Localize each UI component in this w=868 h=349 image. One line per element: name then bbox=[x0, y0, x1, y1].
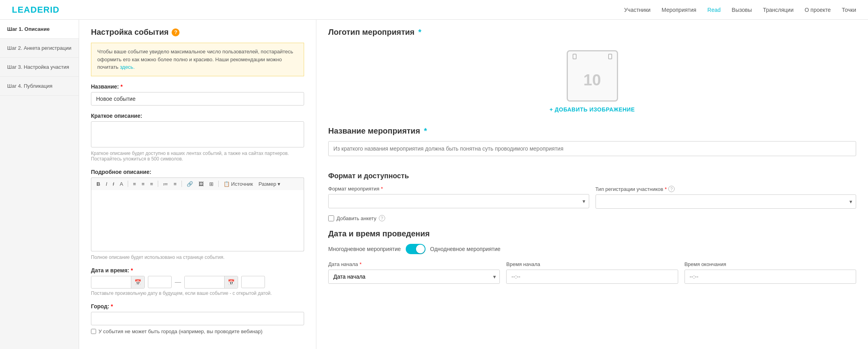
toolbar-separator-2 bbox=[158, 181, 158, 187]
full-desc-input[interactable] bbox=[91, 190, 304, 251]
start-time-input[interactable] bbox=[148, 276, 172, 288]
nav-broadcasts[interactable]: Трансляции bbox=[763, 7, 793, 13]
registration-select[interactable] bbox=[596, 194, 857, 209]
bold-button[interactable]: B bbox=[95, 180, 102, 188]
right-panel: Логотип мероприятия * 10 + ДОБАВИТЬ ИЗОБ… bbox=[316, 20, 868, 349]
toggle-row: Многодневное мероприятие Однодневное мер… bbox=[328, 244, 856, 254]
datetime-group: Дата и время: * 📅 — 📅 Поставьте произвол… bbox=[91, 267, 304, 296]
align-left-button[interactable]: ≡ bbox=[131, 180, 138, 188]
toolbar-separator-4 bbox=[218, 181, 219, 187]
nav-events[interactable]: Мероприятия bbox=[662, 7, 696, 13]
main-nav: Участники Мероприятия Read Вызовы Трансл… bbox=[624, 7, 856, 13]
logo-section-title: Логотип мероприятия * bbox=[328, 28, 856, 37]
start-time-field: Время начала bbox=[506, 261, 678, 284]
main-layout: Шаг 1. Описание Шаг 2. Анкета регистраци… bbox=[0, 20, 868, 349]
survey-help-icon[interactable]: ? bbox=[379, 215, 385, 221]
italic-button[interactable]: I bbox=[104, 180, 109, 188]
short-desc-label: Краткое описание: bbox=[91, 113, 304, 119]
sidebar: Шаг 1. Описание Шаг 2. Анкета регистраци… bbox=[0, 20, 79, 349]
end-time-label: Время окончания bbox=[685, 261, 856, 267]
logo-area: 10 + ДОБАВИТЬ ИЗОБРАЖЕНИЕ bbox=[328, 42, 856, 121]
add-survey-row: Добавить анкету ? bbox=[328, 215, 856, 221]
header: LEADERID Участники Мероприятия Read Вызо… bbox=[0, 0, 868, 20]
image-button[interactable]: 🖼 bbox=[197, 180, 206, 188]
full-desc-label: Подробное описание: bbox=[91, 169, 304, 175]
end-time-field-input[interactable] bbox=[685, 270, 856, 284]
datetime-label: Дата и время: * bbox=[91, 267, 304, 274]
full-desc-group: Подробное описание: B I I A ≡ ≡ ≡ ≔ ≡ 🔗 … bbox=[91, 169, 304, 260]
format-select[interactable] bbox=[328, 194, 589, 208]
city-checkbox-row: У события не может быть города (например… bbox=[91, 328, 304, 334]
start-date-calendar-button[interactable]: 📅 bbox=[131, 276, 144, 288]
city-group: Город: * У события не может быть города … bbox=[91, 303, 304, 334]
registration-type-label: Тип регистрации участников * ? bbox=[596, 186, 857, 192]
cal-dot-right bbox=[608, 54, 612, 59]
start-date-input[interactable] bbox=[91, 276, 131, 288]
end-time-field: Время окончания bbox=[685, 261, 856, 284]
fullscreen-button[interactable]: ⊞ bbox=[207, 180, 216, 188]
add-survey-checkbox[interactable] bbox=[328, 215, 334, 221]
datetime-row: 📅 — 📅 bbox=[91, 276, 304, 289]
alert-link[interactable]: здесь. bbox=[120, 64, 134, 70]
name-group: Название: * bbox=[91, 83, 304, 106]
end-date-wrap: 📅 bbox=[184, 276, 238, 289]
nav-about[interactable]: О проекте bbox=[805, 7, 831, 13]
no-city-checkbox[interactable] bbox=[91, 329, 96, 334]
toolbar-separator-1 bbox=[128, 181, 128, 187]
calendar-icon-placeholder: 10 bbox=[567, 50, 618, 102]
format-grid: Формат мероприятия * ▾ Тип регистрации у… bbox=[328, 186, 856, 209]
datetime-hint: Поставьте произвольную дату в будущем, е… bbox=[91, 291, 304, 296]
cal-dot-left bbox=[573, 54, 577, 59]
sidebar-item-step4[interactable]: Шаг 4. Публикация bbox=[0, 77, 79, 96]
start-time-label: Время начала bbox=[506, 261, 678, 267]
sidebar-item-step3[interactable]: Шаг 3. Настройка участия bbox=[0, 58, 79, 77]
help-icon[interactable]: ? bbox=[172, 28, 180, 36]
calendar-number: 10 bbox=[583, 71, 601, 89]
align-right-button[interactable]: ≡ bbox=[148, 180, 155, 188]
format-select-wrap: ▾ bbox=[328, 194, 589, 208]
italic-x-button[interactable]: I bbox=[111, 180, 116, 188]
ordered-list-button[interactable]: ≔ bbox=[161, 180, 170, 188]
dates-grid: Дата начала * Дата начала ▾ Время начала… bbox=[328, 261, 856, 284]
logo: LEADERID bbox=[12, 5, 59, 15]
unordered-list-button[interactable]: ≡ bbox=[172, 180, 179, 188]
rich-toolbar: B I I A ≡ ≡ ≡ ≔ ≡ 🔗 🖼 ⊞ 📋 Источник Разме… bbox=[91, 177, 304, 190]
start-date-select[interactable]: Дата начала bbox=[328, 270, 500, 284]
nav-read[interactable]: Read bbox=[707, 7, 720, 13]
short-desc-hint: Краткое описание будет доступно в наших … bbox=[91, 151, 304, 162]
left-panel: Настройка события ? Чтобы ваше событие у… bbox=[79, 20, 316, 349]
add-image-button[interactable]: + ДОБАВИТЬ ИЗОБРАЖЕНИЕ bbox=[550, 106, 635, 113]
link-button[interactable]: 🔗 bbox=[185, 180, 195, 188]
event-name-input[interactable] bbox=[328, 141, 856, 156]
end-date-calendar-button[interactable]: 📅 bbox=[224, 276, 238, 288]
nav-challenges[interactable]: Вызовы bbox=[732, 7, 752, 13]
city-input[interactable] bbox=[91, 312, 304, 325]
registration-help-icon[interactable]: ? bbox=[668, 186, 675, 192]
toggle-knob bbox=[416, 245, 425, 253]
registration-type-field: Тип регистрации участников * ? ▾ bbox=[596, 186, 857, 209]
short-desc-group: Краткое описание: Краткое описание будет… bbox=[91, 113, 304, 162]
full-desc-hint: Полное описание будет использовано на ст… bbox=[91, 255, 304, 260]
align-center-button[interactable]: ≡ bbox=[140, 180, 147, 188]
end-time-input[interactable] bbox=[241, 276, 265, 288]
toggle-switch[interactable] bbox=[406, 244, 425, 254]
start-date-select-wrap: Дата начала ▾ bbox=[328, 270, 500, 284]
source-button[interactable]: 📋 Источник bbox=[221, 180, 255, 188]
name-input[interactable] bbox=[91, 92, 304, 106]
nav-points[interactable]: Точки bbox=[842, 7, 856, 13]
sidebar-item-step1[interactable]: Шаг 1. Описание bbox=[0, 20, 79, 39]
start-date-label: Дата начала * bbox=[328, 261, 500, 267]
page-title: Настройка события ? bbox=[91, 28, 304, 37]
registration-select-wrap: ▾ bbox=[596, 194, 857, 209]
format-field: Формат мероприятия * ▾ bbox=[328, 186, 589, 209]
name-label: Название: * bbox=[91, 83, 304, 90]
alert-box: Чтобы ваше событие увидело максимальное … bbox=[91, 43, 304, 76]
size-button[interactable]: Размер ▾ bbox=[257, 180, 282, 188]
nav-participants[interactable]: Участники bbox=[624, 7, 651, 13]
sidebar-item-step2[interactable]: Шаг 2. Анкета регистрации bbox=[0, 39, 79, 58]
format-title: Формат и доступность bbox=[328, 172, 856, 180]
end-date-input[interactable] bbox=[185, 276, 224, 288]
short-desc-input[interactable] bbox=[91, 121, 304, 147]
font-color-button[interactable]: A bbox=[118, 180, 125, 188]
start-time-field-input[interactable] bbox=[506, 270, 678, 284]
